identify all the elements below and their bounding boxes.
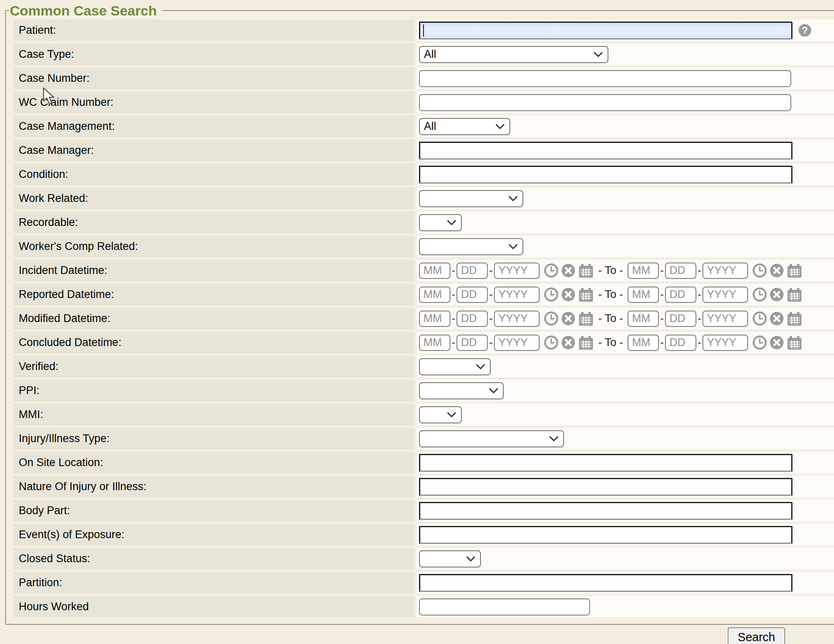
case-number-input[interactable] [419, 70, 791, 87]
day-input[interactable] [457, 335, 488, 351]
year-input[interactable] [494, 335, 540, 351]
form-row-case-manager: Case Manager: [13, 140, 834, 161]
day-input[interactable] [665, 287, 696, 303]
time-picker-icon[interactable] [544, 263, 558, 278]
reported-datetime-to: - - [628, 287, 802, 303]
day-input[interactable] [665, 263, 696, 279]
year-input[interactable] [494, 311, 540, 327]
month-input[interactable] [628, 311, 659, 327]
month-input[interactable] [419, 263, 450, 279]
year-input[interactable] [702, 335, 748, 351]
day-input[interactable] [457, 263, 488, 279]
form-row-concluded-datetime: Concluded Datetime: - - - To - - - [13, 332, 834, 353]
clear-date-icon[interactable] [770, 263, 784, 278]
month-input[interactable] [419, 311, 450, 327]
incident-datetime-to: - - [628, 263, 802, 279]
chevron-down-icon [447, 412, 457, 418]
form-row-injury-illness-type: Injury/Illness Type: [13, 428, 834, 449]
form-row-nature-of-injury: Nature Of Injury or Illness: [13, 476, 834, 497]
clear-date-icon[interactable] [561, 287, 575, 302]
time-picker-icon[interactable] [753, 335, 767, 350]
form-row-recordable: Recordable: [13, 212, 834, 233]
calendar-picker-icon[interactable] [787, 287, 802, 302]
condition-input[interactable] [419, 166, 792, 184]
body-part-input[interactable] [419, 502, 792, 520]
day-input[interactable] [457, 311, 488, 327]
year-input[interactable] [702, 287, 748, 303]
chevron-down-icon [447, 219, 457, 226]
patient-input[interactable] [419, 22, 792, 39]
clear-date-icon[interactable] [561, 335, 575, 350]
verified-select[interactable] [419, 358, 491, 375]
chevron-down-icon [508, 195, 518, 202]
time-picker-icon[interactable] [753, 263, 767, 278]
partition-label: Partition: [13, 572, 414, 594]
closed-status-select[interactable] [419, 550, 481, 567]
calendar-picker-icon[interactable] [578, 287, 594, 302]
year-input[interactable] [494, 263, 540, 279]
calendar-picker-icon[interactable] [787, 335, 802, 350]
month-input[interactable] [419, 335, 450, 351]
form-row-incident-datetime: Incident Datetime: - - - To - - - [13, 260, 834, 281]
injury-illness-type-select[interactable] [419, 430, 564, 447]
hours-worked-input[interactable] [419, 598, 590, 616]
calendar-picker-icon[interactable] [578, 263, 594, 278]
year-input[interactable] [494, 287, 540, 303]
events-of-exposure-input[interactable] [419, 526, 792, 544]
form-row-verified: Verified: [13, 356, 834, 377]
time-picker-icon[interactable] [544, 311, 558, 326]
form-row-hours-worked: Hours Worked [13, 596, 834, 618]
workers-comp-related-select[interactable] [419, 238, 523, 255]
clear-date-icon[interactable] [770, 311, 784, 326]
case-manager-label: Case Manager: [13, 140, 414, 161]
day-input[interactable] [665, 311, 696, 327]
day-input[interactable] [665, 335, 696, 351]
wc-claim-number-input[interactable] [419, 94, 791, 111]
date-separator: - [660, 288, 664, 301]
time-picker-icon[interactable] [544, 287, 558, 302]
form-row-reported-datetime: Reported Datetime: - - - To - - - [13, 284, 834, 305]
year-input[interactable] [702, 263, 748, 279]
time-picker-icon[interactable] [544, 335, 558, 350]
help-icon[interactable]: ? [799, 24, 811, 37]
clear-date-icon[interactable] [561, 311, 575, 326]
text-caret [423, 24, 424, 37]
month-input[interactable] [628, 263, 659, 279]
recordable-select[interactable] [419, 214, 462, 231]
form-row-on-site-location: On Site Location: [13, 452, 834, 473]
date-separator: - [660, 312, 664, 325]
case-manager-input[interactable] [419, 142, 792, 160]
datetime-group: - - [628, 263, 802, 279]
on-site-location-input[interactable] [419, 454, 792, 472]
form-row-body-part: Body Part: [13, 500, 834, 521]
clear-date-icon[interactable] [770, 335, 784, 350]
time-picker-icon[interactable] [753, 287, 767, 302]
chevron-down-icon [466, 556, 476, 562]
month-input[interactable] [419, 287, 450, 303]
case-management-select[interactable]: All [419, 118, 510, 135]
work-related-select[interactable] [419, 190, 523, 207]
calendar-picker-icon[interactable] [578, 335, 594, 350]
nature-of-injury-input[interactable] [419, 478, 792, 496]
workers-comp-related-label: Worker's Comp Related: [13, 236, 414, 257]
day-input[interactable] [457, 287, 488, 303]
time-picker-icon[interactable] [753, 311, 767, 326]
year-input[interactable] [702, 311, 748, 327]
calendar-picker-icon[interactable] [578, 311, 594, 326]
case-type-select[interactable]: All [419, 46, 608, 63]
calendar-picker-icon[interactable] [787, 263, 802, 278]
modified-datetime-to: - - [628, 311, 802, 327]
ppi-select[interactable] [419, 382, 504, 399]
partition-input[interactable] [419, 574, 792, 592]
clear-date-icon[interactable] [561, 263, 575, 278]
month-input[interactable] [628, 335, 659, 351]
form-row-wc-claim-number: WC Claim Number: [13, 92, 834, 113]
calendar-picker-icon[interactable] [787, 311, 802, 326]
month-input[interactable] [628, 287, 659, 303]
action-bar: Search [0, 627, 785, 644]
chevron-down-icon [489, 388, 498, 394]
ppi-label: PPI: [13, 380, 414, 401]
mmi-select[interactable] [419, 406, 462, 423]
clear-date-icon[interactable] [770, 287, 784, 302]
search-button[interactable]: Search [728, 627, 785, 644]
